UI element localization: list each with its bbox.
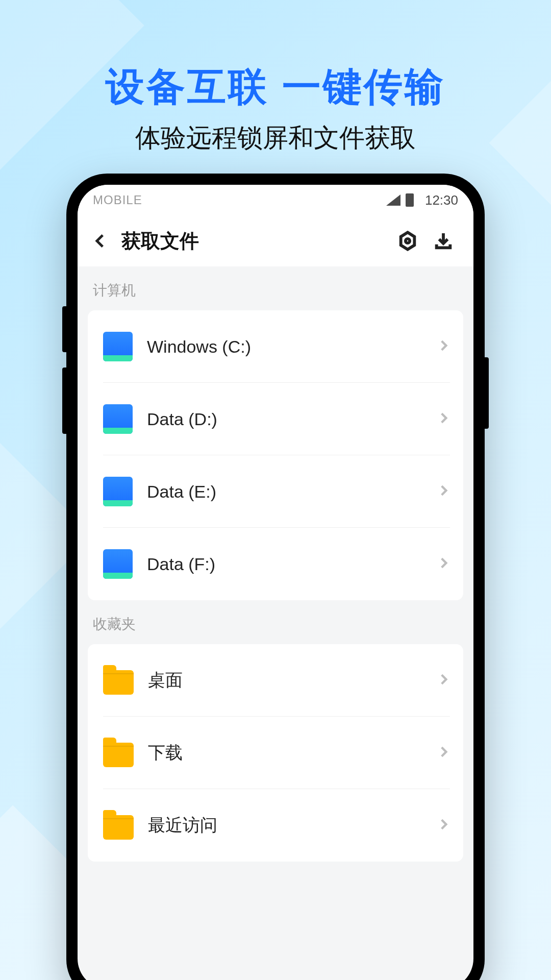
drive-icon — [103, 404, 133, 434]
favorite-label: 下载 — [148, 741, 437, 765]
drive-label: Data (F:) — [147, 554, 437, 574]
drive-icon — [103, 549, 133, 579]
chevron-right-icon — [437, 411, 450, 427]
settings-button[interactable] — [390, 223, 425, 259]
hero-subtitle: 体验远程锁屏和文件获取 — [0, 121, 551, 155]
drive-label: Windows (C:) — [147, 337, 437, 357]
drive-row-c[interactable]: Windows (C:) — [88, 310, 463, 383]
folder-icon — [103, 815, 134, 840]
hero-title: 设备互联 一键传输 — [0, 61, 551, 114]
status-icons: 12:30 — [386, 192, 458, 208]
chevron-right-icon — [437, 556, 450, 572]
clock: 12:30 — [425, 192, 458, 208]
svg-marker-0 — [401, 232, 415, 249]
screen: MOBILE 12:30 获取文件 计算机 — [78, 185, 473, 980]
section-favorites-label: 收藏夹 — [78, 600, 473, 644]
chevron-right-icon — [437, 339, 450, 354]
chevron-right-icon — [437, 673, 450, 688]
drive-row-e[interactable]: Data (E:) — [88, 455, 463, 528]
favorite-row-recent[interactable]: 最近访问 — [88, 789, 463, 862]
back-button[interactable] — [83, 223, 118, 259]
favorites-card: 桌面 下载 最近访问 — [88, 644, 463, 862]
drive-icon — [103, 332, 133, 361]
drive-label: Data (D:) — [147, 409, 437, 429]
favorite-row-desktop[interactable]: 桌面 — [88, 644, 463, 717]
app-bar: 获取文件 — [78, 215, 473, 266]
signal-icon — [386, 194, 400, 206]
drive-row-f[interactable]: Data (F:) — [88, 528, 463, 600]
carrier-label: MOBILE — [93, 193, 386, 207]
download-icon — [433, 231, 454, 251]
chevron-left-icon — [92, 232, 109, 250]
svg-point-1 — [406, 239, 410, 243]
phone-frame: MOBILE 12:30 获取文件 计算机 — [66, 174, 485, 980]
hero: 设备互联 一键传输 体验远程锁屏和文件获取 — [0, 0, 551, 155]
battery-icon — [406, 193, 414, 207]
drives-card: Windows (C:) Data (D:) Data (E:) Data (F… — [88, 310, 463, 600]
folder-icon — [103, 743, 134, 767]
chevron-right-icon — [437, 818, 450, 833]
favorite-label: 桌面 — [148, 669, 437, 692]
section-computer-label: 计算机 — [78, 266, 473, 310]
chevron-right-icon — [437, 484, 450, 499]
drive-icon — [103, 477, 133, 506]
status-bar: MOBILE 12:30 — [78, 185, 473, 215]
favorite-label: 最近访问 — [148, 814, 437, 837]
chevron-right-icon — [437, 745, 450, 761]
page-title: 获取文件 — [121, 228, 390, 254]
favorite-row-downloads[interactable]: 下载 — [88, 717, 463, 789]
drive-label: Data (E:) — [147, 482, 437, 502]
folder-icon — [103, 670, 134, 695]
drive-row-d[interactable]: Data (D:) — [88, 383, 463, 455]
download-button[interactable] — [425, 223, 461, 259]
settings-hex-icon — [397, 231, 418, 251]
